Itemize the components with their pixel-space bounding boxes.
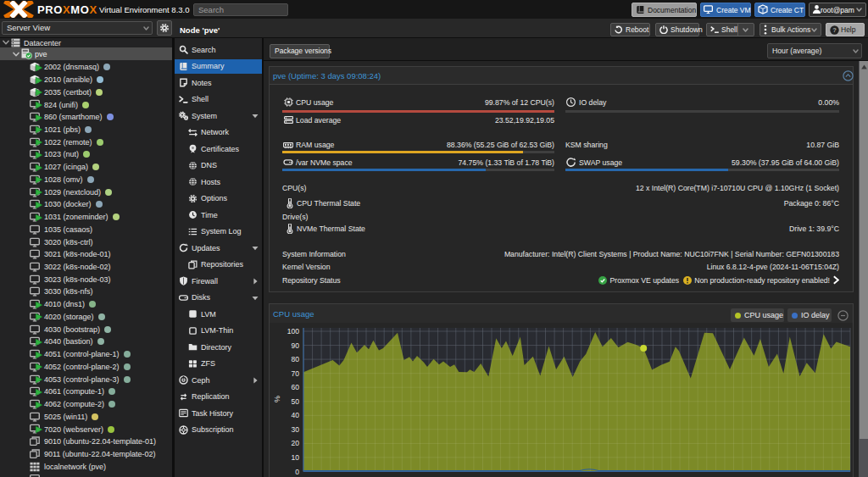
svg-text:20: 20 xyxy=(292,439,300,447)
svg-text:100: 100 xyxy=(287,327,299,336)
svg-text:?: ? xyxy=(832,26,837,34)
svg-text:70: 70 xyxy=(292,369,300,378)
svg-text:40: 40 xyxy=(292,411,300,419)
svg-text:90: 90 xyxy=(292,341,300,350)
svg-text:60: 60 xyxy=(292,383,300,391)
svg-text:30: 30 xyxy=(292,425,300,434)
svg-text:%: % xyxy=(273,396,281,402)
svg-text:10: 10 xyxy=(292,453,300,462)
svg-text:0: 0 xyxy=(295,468,299,476)
svg-text:80: 80 xyxy=(292,355,300,363)
svg-text:50: 50 xyxy=(292,397,300,406)
